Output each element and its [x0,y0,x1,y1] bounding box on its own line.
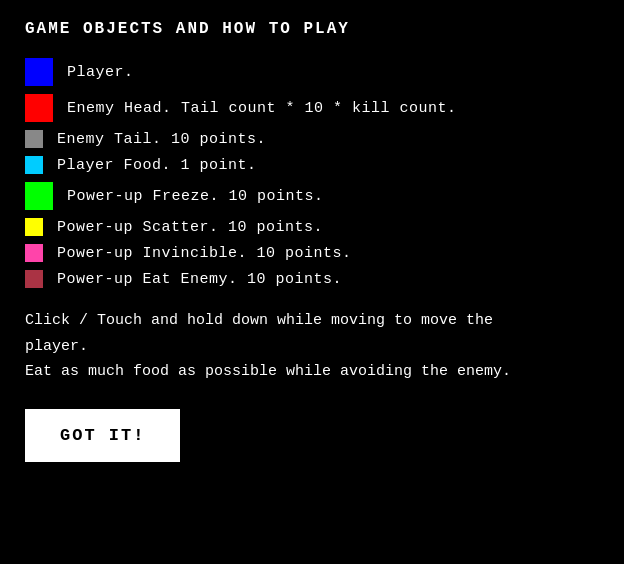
color-swatch-powerup-invincible [25,244,43,262]
item-label-enemy-tail: Enemy Tail. 10 points. [57,131,266,148]
description-block: Click / Touch and hold down while moving… [25,308,565,385]
item-label-enemy-head: Enemy Head. Tail count * 10 * kill count… [67,100,457,117]
item-label-powerup-scatter: Power-up Scatter. 10 points. [57,219,323,236]
item-label-player: Player. [67,64,134,81]
color-swatch-powerup-eat-enemy [25,270,43,288]
list-item-powerup-freeze: Power-up Freeze. 10 points. [25,182,599,210]
items-list: Player.Enemy Head. Tail count * 10 * kil… [25,58,599,288]
item-label-powerup-eat-enemy: Power-up Eat Enemy. 10 points. [57,271,342,288]
list-item-powerup-invincible: Power-up Invincible. 10 points. [25,244,599,262]
color-swatch-enemy-head [25,94,53,122]
item-label-player-food: Player Food. 1 point. [57,157,257,174]
list-item-powerup-eat-enemy: Power-up Eat Enemy. 10 points. [25,270,599,288]
list-item-enemy-tail: Enemy Tail. 10 points. [25,130,599,148]
list-item-powerup-scatter: Power-up Scatter. 10 points. [25,218,599,236]
got-it-button[interactable]: GOT IT! [25,409,180,462]
color-swatch-powerup-scatter [25,218,43,236]
list-item-player: Player. [25,58,599,86]
color-swatch-enemy-tail [25,130,43,148]
color-swatch-powerup-freeze [25,182,53,210]
list-item-player-food: Player Food. 1 point. [25,156,599,174]
color-swatch-player-food [25,156,43,174]
page-title: GAME OBJECTS AND HOW TO PLAY [25,20,599,38]
item-label-powerup-invincible: Power-up Invincible. 10 points. [57,245,352,262]
list-item-enemy-head: Enemy Head. Tail count * 10 * kill count… [25,94,599,122]
item-label-powerup-freeze: Power-up Freeze. 10 points. [67,188,324,205]
color-swatch-player [25,58,53,86]
